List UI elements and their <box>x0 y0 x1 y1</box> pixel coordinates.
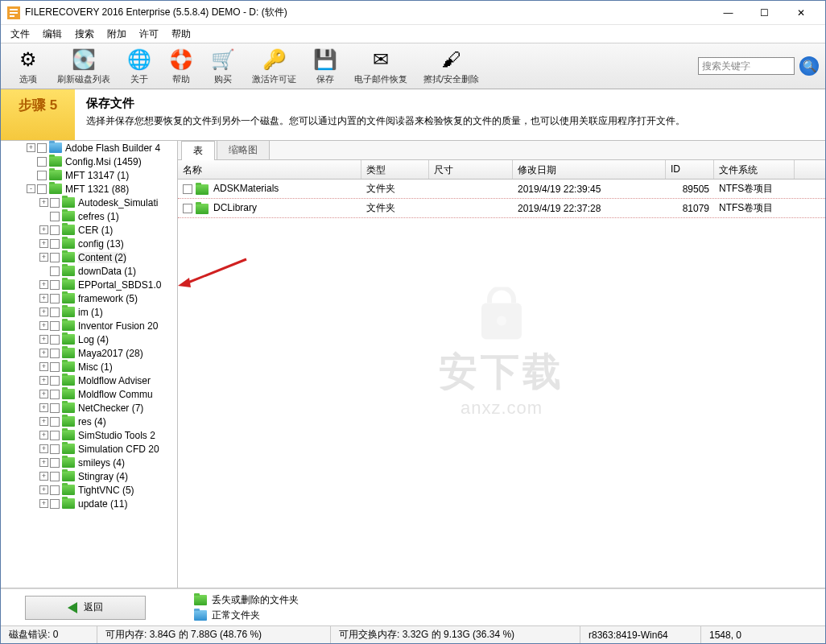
expand-toggle[interactable]: + <box>39 308 48 316</box>
menu-addon[interactable]: 附加 <box>101 26 133 43</box>
expand-toggle[interactable]: + <box>39 376 48 385</box>
expand-toggle[interactable]: + <box>39 499 48 508</box>
checkbox[interactable] <box>50 321 60 331</box>
expand-toggle[interactable]: + <box>39 362 48 371</box>
tree-node[interactable]: +SimStudio Tools 2 <box>1 428 177 442</box>
menu-edit[interactable]: 编辑 <box>36 26 68 43</box>
checkbox[interactable] <box>50 458 60 468</box>
checkbox[interactable] <box>50 499 60 509</box>
checkbox[interactable] <box>50 280 60 290</box>
tree-node[interactable]: +Maya2017 (28) <box>1 346 177 360</box>
expand-toggle[interactable]: + <box>39 417 48 426</box>
tab-table[interactable]: 表 <box>181 141 215 160</box>
expand-toggle[interactable]: + <box>39 458 48 467</box>
expand-toggle[interactable]: + <box>39 294 48 303</box>
col-size[interactable]: 尺寸 <box>429 160 513 179</box>
expand-toggle[interactable]: + <box>39 335 48 344</box>
col-id[interactable]: ID <box>666 160 714 179</box>
menu-license[interactable]: 许可 <box>133 26 165 43</box>
tree-node[interactable]: +smileys (4) <box>1 456 177 469</box>
tree-node[interactable]: +Content (2) <box>1 250 177 264</box>
checkbox[interactable] <box>37 143 47 153</box>
toolbar-btn-1[interactable]: 💽刷新磁盘列表 <box>49 45 118 87</box>
close-button[interactable]: ✕ <box>783 1 819 24</box>
tree-node[interactable]: -MFT 1321 (88) <box>1 182 177 196</box>
tree-node[interactable]: cefres (1) <box>1 209 177 223</box>
expand-toggle[interactable]: + <box>39 390 48 398</box>
checkbox[interactable] <box>50 266 60 276</box>
tree-node[interactable]: +TightVNC (5) <box>1 483 177 497</box>
toolbar-btn-5[interactable]: 🔑激活许可证 <box>244 45 304 87</box>
expand-toggle[interactable]: + <box>39 198 48 207</box>
tree-node[interactable]: +Simulation CFD 20 <box>1 442 177 456</box>
checkbox[interactable] <box>50 417 60 427</box>
checkbox[interactable] <box>50 198 60 208</box>
toolbar-btn-2[interactable]: 🌐关于 <box>118 45 160 87</box>
expand-toggle[interactable]: + <box>39 431 48 440</box>
tree-node[interactable]: downData (1) <box>1 264 177 278</box>
checkbox[interactable] <box>50 253 60 262</box>
folder-tree[interactable]: +Adobe Flash Builder 4Config.Msi (1459)M… <box>1 141 177 588</box>
expand-toggle[interactable]: + <box>39 485 48 494</box>
checkbox[interactable] <box>50 239 60 249</box>
checkbox[interactable] <box>50 308 60 317</box>
checkbox[interactable] <box>50 225 60 235</box>
col-date[interactable]: 修改日期 <box>513 160 666 179</box>
checkbox[interactable] <box>50 376 60 386</box>
checkbox[interactable] <box>50 390 60 399</box>
expand-toggle[interactable]: + <box>27 143 35 152</box>
checkbox[interactable] <box>183 204 192 213</box>
expand-toggle[interactable]: + <box>39 225 48 234</box>
checkbox[interactable] <box>50 472 60 481</box>
expand-toggle[interactable]: + <box>39 280 48 289</box>
toolbar-btn-4[interactable]: 🛒购买 <box>202 45 244 87</box>
search-input[interactable]: 搜索关键字 <box>698 57 795 75</box>
search-button[interactable]: 🔍 <box>799 56 819 76</box>
checkbox[interactable] <box>50 444 60 454</box>
tree-node[interactable]: +Moldflow Commu <box>1 387 177 401</box>
tree-node[interactable]: +update (11) <box>1 497 177 510</box>
expand-toggle[interactable]: + <box>39 321 48 330</box>
tree-node[interactable]: +NetChecker (7) <box>1 401 177 415</box>
tree-node[interactable]: +EPPortal_SBDS1.0 <box>1 278 177 291</box>
checkbox[interactable] <box>50 335 60 345</box>
col-name[interactable]: 名称 <box>178 160 361 179</box>
expand-toggle[interactable]: - <box>27 184 35 193</box>
checkbox[interactable] <box>50 485 60 495</box>
checkbox[interactable] <box>37 171 47 180</box>
tree-node[interactable]: +config (13) <box>1 237 177 250</box>
menu-help[interactable]: 帮助 <box>165 26 197 43</box>
checkbox[interactable] <box>50 403 60 413</box>
toolbar-btn-8[interactable]: 🖌擦拭/安全删除 <box>415 45 487 87</box>
tree-node[interactable]: +Inventor Fusion 20 <box>1 319 177 332</box>
tree-node[interactable]: +im (1) <box>1 305 177 319</box>
col-type[interactable]: 类型 <box>361 160 429 179</box>
checkbox[interactable] <box>50 294 60 303</box>
expand-toggle[interactable]: + <box>39 444 48 453</box>
tree-node[interactable]: MFT 13147 (1) <box>1 168 177 182</box>
menu-file[interactable]: 文件 <box>4 26 36 43</box>
checkbox[interactable] <box>50 212 60 221</box>
expand-toggle[interactable]: + <box>39 253 48 262</box>
tab-thumbnail[interactable]: 缩略图 <box>217 140 270 159</box>
tree-node[interactable]: +res (4) <box>1 415 177 428</box>
checkbox[interactable] <box>37 184 47 194</box>
tree-node[interactable]: +Moldflow Adviser <box>1 374 177 387</box>
toolbar-btn-7[interactable]: ✉电子邮件恢复 <box>346 45 415 87</box>
menu-search[interactable]: 搜索 <box>68 26 101 43</box>
tree-node[interactable]: Config.Msi (1459) <box>1 155 177 168</box>
expand-toggle[interactable]: + <box>39 472 48 481</box>
toolbar-btn-0[interactable]: ⚙选项 <box>7 45 49 87</box>
tree-node[interactable]: +Autodesk_Simulati <box>1 196 177 209</box>
checkbox[interactable] <box>50 349 60 358</box>
toolbar-btn-3[interactable]: 🛟帮助 <box>160 45 202 87</box>
maximize-button[interactable]: ☐ <box>746 1 783 24</box>
back-button[interactable]: 返回 <box>25 596 146 620</box>
checkbox[interactable] <box>50 431 60 440</box>
expand-toggle[interactable]: + <box>39 239 48 248</box>
table-body[interactable]: 安下载 anxz.com ADSKMaterials文件夹2019/4/19 2… <box>178 180 825 588</box>
checkbox[interactable] <box>50 362 60 372</box>
expand-toggle[interactable]: + <box>39 349 48 357</box>
tree-node[interactable]: +Stingray (4) <box>1 469 177 483</box>
checkbox[interactable] <box>183 184 192 194</box>
